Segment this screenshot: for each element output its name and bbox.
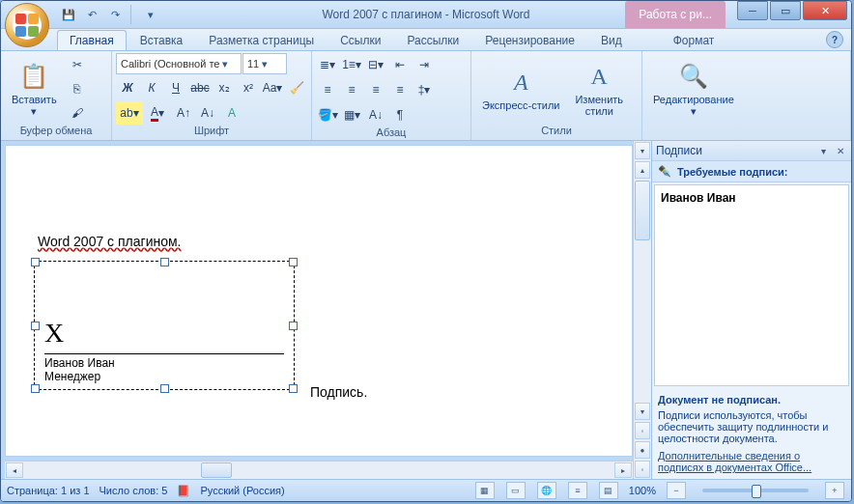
scroll-up-button[interactable]: ▴ [635, 161, 650, 179]
format-painter-button[interactable]: 🖌 [66, 101, 89, 125]
qa-redo-button[interactable]: ↷ [105, 5, 125, 24]
italic-button[interactable]: К [140, 76, 163, 99]
resize-handle[interactable] [289, 258, 298, 266]
view-web-layout[interactable]: 🌐 [537, 482, 556, 499]
h-scroll-thumb[interactable] [201, 462, 232, 478]
clear-format-button[interactable]: 🧹 [285, 76, 308, 99]
change-styles-button[interactable]: A Изменить стили [568, 53, 630, 125]
sort-button[interactable]: A↓ [364, 103, 387, 126]
tab-view[interactable]: Вид [588, 30, 635, 50]
taskpane-close-button[interactable]: ✕ [834, 144, 847, 157]
highlight-button[interactable]: ab▾ [116, 101, 143, 125]
bullets-button[interactable]: ≣▾ [316, 53, 339, 76]
qa-customize-button[interactable]: ▾ [141, 5, 160, 24]
align-left-button[interactable]: ≡ [316, 78, 339, 101]
scroll-right-button[interactable]: ▸ [614, 462, 632, 478]
show-marks-button[interactable]: ¶ [388, 103, 412, 126]
resize-handle[interactable] [31, 258, 40, 266]
prev-page-button[interactable]: ◦ [635, 422, 650, 439]
zoom-level[interactable]: 100% [629, 485, 656, 496]
shading-button[interactable]: 🪣▾ [316, 103, 339, 126]
tab-page-layout[interactable]: Разметка страницы [196, 30, 327, 50]
change-case-button[interactable]: Aa▾ [261, 76, 284, 99]
view-outline[interactable]: ≡ [568, 482, 587, 499]
copy-button[interactable]: ⎘ [66, 77, 89, 100]
signatures-list[interactable]: Иванов Иван [654, 184, 849, 386]
tab-insert[interactable]: Вставка [128, 30, 196, 50]
view-print-layout[interactable]: ▦ [475, 482, 495, 499]
chevron-down-icon: ▾ [148, 9, 154, 21]
view-draft[interactable]: ▤ [599, 482, 618, 499]
quick-styles-button[interactable]: A Экспресс-стили [475, 53, 566, 125]
editing-button[interactable]: 🔍 Редактирование▾ [646, 53, 741, 125]
resize-handle[interactable] [31, 384, 40, 393]
numbering-button[interactable]: 1≡▾ [340, 53, 363, 76]
resize-handle[interactable] [289, 384, 298, 393]
align-center-button[interactable]: ≡ [340, 78, 363, 101]
v-scroll-thumb[interactable] [635, 181, 650, 240]
chevron-down-icon: ▾ [219, 58, 231, 70]
zoom-in-button[interactable]: + [825, 482, 844, 499]
subscript-button[interactable]: x₂ [213, 76, 236, 99]
close-button[interactable]: ✕ [803, 1, 847, 20]
text-effects-button[interactable]: A [220, 101, 243, 125]
superscript-button[interactable]: x² [237, 76, 260, 99]
qa-save-button[interactable]: 💾 [59, 5, 78, 24]
minimize-button[interactable]: ─ [737, 1, 768, 20]
cut-button[interactable]: ✂ [66, 53, 89, 76]
v-scroll-track[interactable] [634, 241, 651, 402]
help-button[interactable]: ? [826, 31, 843, 48]
view-full-screen[interactable]: ▭ [506, 482, 526, 499]
signature-line-object[interactable]: X Иванов Иван Менеджер [34, 261, 295, 390]
grow-font-button[interactable]: A↑ [172, 101, 195, 125]
font-size-combo[interactable]: 11▾ [242, 53, 287, 74]
document-page[interactable]: Word 2007 с плагином. X Иванов Иван [5, 145, 633, 457]
horizontal-scrollbar[interactable]: ◂ ▸ [5, 461, 633, 479]
vertical-scrollbar[interactable]: ▾ ▴ ▾ ◦ ● ◦ [633, 141, 651, 479]
bold-button[interactable]: Ж [116, 76, 139, 99]
scroll-down-button[interactable]: ▾ [635, 403, 650, 420]
status-language[interactable]: Русский (Россия) [200, 485, 284, 496]
tab-references[interactable]: Ссылки [327, 30, 393, 50]
paste-button[interactable]: 📋 Вставить▾ [5, 53, 64, 125]
tab-home[interactable]: Главная [57, 30, 127, 50]
office-button[interactable] [5, 3, 49, 47]
next-page-button[interactable]: ◦ [635, 461, 650, 478]
tab-mailings[interactable]: Рассылки [394, 30, 471, 50]
contextual-tab[interactable]: Работа с ри... [625, 1, 726, 28]
resize-handle[interactable] [160, 384, 169, 393]
taskpane-toggle[interactable]: ▾ [635, 142, 650, 159]
indent-right-button[interactable]: ⇥ [413, 53, 436, 76]
zoom-out-button[interactable]: − [667, 482, 686, 499]
maximize-button[interactable]: ▭ [770, 1, 801, 20]
font-name-combo[interactable]: Calibri (Основной те▾ [116, 53, 242, 74]
qa-undo-button[interactable]: ↶ [82, 5, 101, 24]
learn-more-link[interactable]: Дополнительные сведения о подписях в док… [658, 450, 845, 473]
underline-button[interactable]: Ч [164, 76, 187, 99]
tab-review[interactable]: Рецензирование [472, 30, 587, 50]
taskpane-menu-button[interactable]: ▾ [816, 144, 830, 157]
indent-left-button[interactable]: ⇤ [388, 53, 412, 76]
quick-styles-label: Экспресс-стили [482, 99, 559, 111]
resize-handle[interactable] [160, 258, 169, 266]
line-spacing-button[interactable]: ‡▾ [413, 78, 436, 101]
resize-handle[interactable] [289, 322, 298, 330]
status-page[interactable]: Страница: 1 из 1 [7, 485, 90, 496]
align-right-button[interactable]: ≡ [364, 78, 387, 101]
strike-button[interactable]: abc [188, 76, 212, 99]
multilevel-button[interactable]: ⊟▾ [364, 53, 387, 76]
browse-object-button[interactable]: ● [635, 441, 650, 459]
zoom-thumb[interactable] [752, 485, 761, 498]
resize-handle[interactable] [31, 322, 40, 330]
tab-format[interactable]: Формат [661, 30, 727, 50]
status-word-count[interactable]: Число слов: 5 [100, 485, 168, 496]
signature-entry[interactable]: Иванов Иван [661, 191, 842, 205]
proofing-icon[interactable]: 📕 [177, 485, 190, 497]
borders-button[interactable]: ▦▾ [340, 103, 363, 126]
shrink-font-button[interactable]: A↓ [196, 101, 219, 125]
font-color-button[interactable]: A▾ [144, 101, 171, 125]
scroll-left-button[interactable]: ◂ [6, 462, 23, 478]
h-scroll-track[interactable] [24, 462, 613, 479]
zoom-slider[interactable] [702, 489, 809, 492]
justify-button[interactable]: ≡ [388, 78, 412, 101]
